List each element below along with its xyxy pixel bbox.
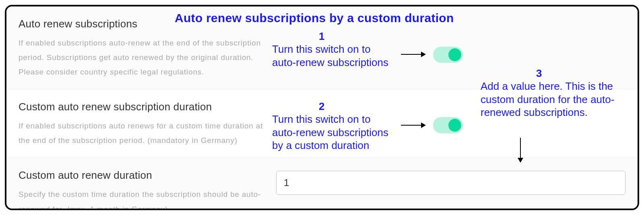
custom-duration-toggle[interactable] xyxy=(433,117,463,133)
setting-title: Auto renew subscriptions xyxy=(19,18,276,30)
setting-description: If enabled subscriptions auto renews for… xyxy=(19,119,276,148)
toggle-knob-icon xyxy=(448,48,461,61)
setting-row-custom-duration-value: Custom auto renew duration Specify the c… xyxy=(6,158,638,210)
setting-text-block: Custom auto renew subscription duration … xyxy=(19,101,276,148)
setting-row-custom-duration-toggle: Custom auto renew subscription duration … xyxy=(6,89,638,158)
toggle-knob-icon xyxy=(448,119,461,132)
setting-description: If enabled subscriptions auto-renew at t… xyxy=(19,36,276,79)
setting-control-area xyxy=(276,169,625,195)
setting-title: Custom auto renew subscription duration xyxy=(19,101,276,113)
auto-renew-toggle[interactable] xyxy=(433,47,463,63)
setting-text-block: Auto renew subscriptions If enabled subs… xyxy=(19,18,276,79)
setting-description: Specify the custom time duration the sub… xyxy=(19,187,276,210)
settings-panel: Auto renew subscriptions If enabled subs… xyxy=(5,5,639,210)
setting-text-block: Custom auto renew duration Specify the c… xyxy=(19,169,276,210)
setting-title: Custom auto renew duration xyxy=(19,169,276,182)
custom-duration-input[interactable] xyxy=(276,171,625,195)
setting-control-area xyxy=(276,18,625,19)
setting-row-auto-renew: Auto renew subscriptions If enabled subs… xyxy=(6,6,638,89)
setting-control-area xyxy=(276,101,625,102)
